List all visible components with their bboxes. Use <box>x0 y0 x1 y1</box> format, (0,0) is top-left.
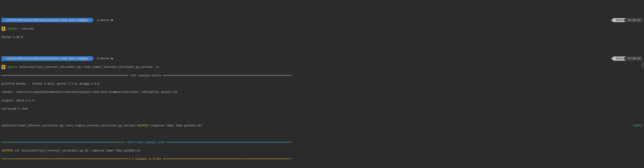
pytest-platform-line: platform darwin -- Python 3.10.8, pytest… <box>2 82 642 86</box>
pytest-session-header: ========================================… <box>2 73 642 78</box>
test-path: tests/unit/test_interest_calculator.py::… <box>2 124 137 127</box>
pytest-plugins-line: plugins: xdist-3.1.0 <box>2 98 642 103</box>
timestamp: 14:39:54 <box>626 56 642 61</box>
git-branch-icon: ⎇ <box>96 56 99 61</box>
skipped-badge: SKIPPED <box>2 149 13 152</box>
cwd-path: ~/PycharmProjects/Personal/pytest-skip-t… <box>2 56 92 61</box>
git-dirty-dot-icon: ● <box>111 56 113 61</box>
progress-percent: [100%] <box>632 123 642 128</box>
prompt-line-1: ~/PycharmProjects/Personal/pytest-skip-t… <box>2 18 642 22</box>
command-line-1[interactable]: $ python --version <box>2 27 642 31</box>
pytest-collected-line: collected 1 item <box>2 107 642 111</box>
prompt-right-info: ✔ 10012 14:39:54 <box>610 56 642 61</box>
prompt-dollar-icon: $ <box>2 65 6 69</box>
git-branch-icon: ⎇ <box>96 18 99 22</box>
git-branch: ⎇ master ● <box>92 56 113 61</box>
command-args: tests/unit/test_interest_calculator.py::… <box>17 65 159 69</box>
pytest-footer: ========================================… <box>2 157 642 161</box>
pytest-summary-skip-line: SKIPPED [1] tests/unit/test_interest_cal… <box>2 149 642 153</box>
command-args: --version <box>17 27 34 31</box>
skip-reason: (requires lower than python3.10) <box>148 124 202 127</box>
timestamp: 14:39:52 <box>626 18 642 22</box>
prompt-right-info: ✔ 10011 14:39:52 <box>610 18 642 22</box>
git-branch-name: master <box>100 18 110 22</box>
pytest-rootdir-line: rootdir: /Users/ericsda/PycharmProjects/… <box>2 90 642 94</box>
git-branch-name: master <box>100 56 110 61</box>
pytest-summary-header: ========================================… <box>2 140 642 145</box>
cwd-path: ~/PycharmProjects/Personal/pytest-skip-t… <box>2 18 92 22</box>
skipped-badge: SKIPPED <box>137 124 148 127</box>
sidebar-make-label: make <box>641 64 644 69</box>
output-python-version: Python 3.10.8 <box>2 35 642 39</box>
command-line-2[interactable]: $ pytest tests/unit/test_interest_calcul… <box>2 65 642 69</box>
command-executable: pytest <box>8 65 18 69</box>
pytest-test-result-line: tests/unit/test_interest_calculator.py::… <box>2 123 642 128</box>
skip-summary-detail: [1] tests/unit/test_interest_calculator.… <box>13 149 140 152</box>
prompt-dollar-icon: $ <box>2 27 6 31</box>
command-executable: python <box>8 27 18 31</box>
prompt-line-2: ~/PycharmProjects/Personal/pytest-skip-t… <box>2 56 642 61</box>
git-dirty-dot-icon: ● <box>111 18 113 22</box>
git-branch: ⎇ master ● <box>92 18 113 22</box>
